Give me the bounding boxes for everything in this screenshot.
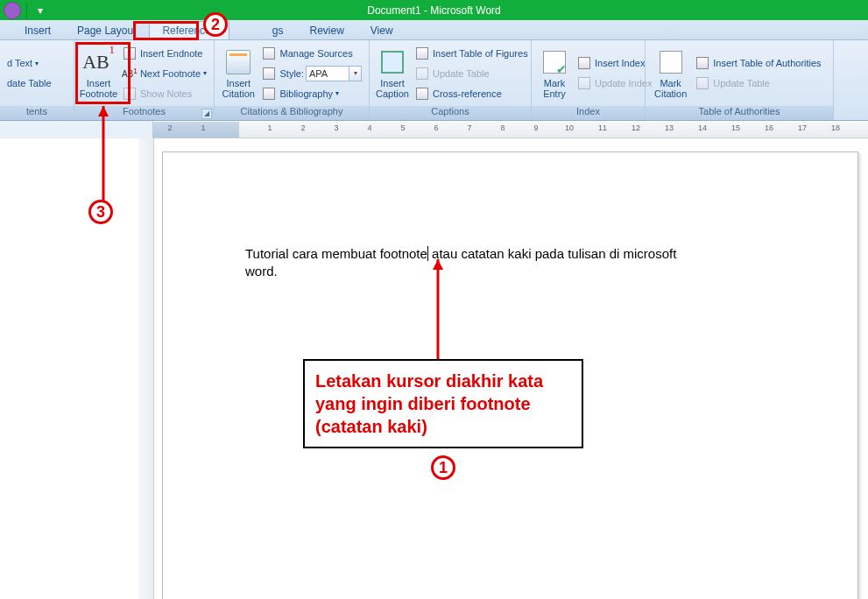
insert-citation-label: Insert Citation [222, 78, 255, 99]
qat-separator [26, 3, 27, 18]
group-citations-label: Citations & Bibliography [215, 106, 369, 120]
next-footnote-label: Next Footnote [140, 68, 201, 79]
group-footnotes: AB1 Insert Footnote Insert Endnote AB1Ne… [74, 40, 215, 120]
group-footnotes-label: Footnotes◢ [74, 106, 214, 120]
footnotes-dialog-launcher[interactable]: ◢ [201, 109, 212, 119]
group-captions-label: Captions [370, 106, 531, 120]
manage-sources-label: Manage Sources [279, 48, 352, 59]
group-toa-label: Table of Authorities [646, 106, 833, 120]
insert-caption-button[interactable]: Insert Caption [373, 42, 412, 104]
update-table-toa-button[interactable]: Update Table [692, 74, 824, 93]
svg-marker-1 [98, 106, 109, 116]
tab-insert[interactable]: Insert [11, 21, 64, 39]
insert-citation-button[interactable]: Insert Citation [218, 42, 258, 104]
title-bar: ▾ Document1 - Microsoft Word [0, 0, 868, 20]
mark-entry-label: Mark Entry [543, 78, 566, 99]
group-citations: Insert Citation Manage Sources Style: ▾ … [215, 40, 370, 120]
group-toa: Mark Citation Insert Table of Authoritie… [646, 40, 834, 120]
update-table-cap-button[interactable]: Update Table [412, 64, 532, 83]
next-footnote-button[interactable]: AB1Next Footnote▾ [119, 64, 210, 83]
update-table-toc-label: date Table [7, 78, 52, 88]
tof-icon [415, 46, 429, 60]
annotation-circle-3: 3 [88, 200, 113, 224]
svg-marker-3 [433, 259, 443, 270]
qat-dropdown[interactable]: ▾ [32, 3, 48, 18]
ribbon-tabs: Insert Page Layout References gs Review … [0, 20, 868, 40]
window-title: Document1 - Microsoft Word [367, 4, 501, 17]
tab-view[interactable]: View [357, 21, 406, 39]
annotation-arrow-3 [98, 106, 109, 201]
insert-caption-label: Insert Caption [376, 78, 409, 99]
group-toc-label: tents [0, 106, 74, 120]
insert-index-label: Insert Index [595, 58, 645, 68]
update-table-toc-button[interactable]: date Table [4, 74, 70, 93]
quick-access-toolbar: ▾ [0, 2, 48, 19]
vertical-ruler[interactable] [138, 138, 154, 599]
insert-toa-button[interactable]: Insert Table of Authorities [692, 53, 824, 73]
mark-citation-button[interactable]: Mark Citation [649, 42, 692, 104]
document-text[interactable]: Tutorial cara membuat footnote atau cata… [245, 245, 780, 280]
cross-reference-button[interactable]: Cross-reference [412, 84, 532, 103]
update-table-cap-label: Update Table [433, 68, 490, 79]
ruler-numbers: 21123456789101112131415161718 [153, 123, 852, 132]
insert-endnote-button[interactable]: Insert Endnote [119, 44, 210, 63]
update-table-toa-label: Update Table [713, 78, 770, 88]
ribbon: d Text▾ date Table tents AB1 Insert Foot… [0, 40, 868, 121]
annotation-circle-2: 2 [203, 12, 228, 37]
horizontal-ruler-wrap: 21123456789101112131415161718 [0, 121, 868, 138]
insert-index-icon [577, 56, 591, 70]
citation-icon [224, 48, 252, 76]
annotation-instruction-box: Letakan kursor diakhir kata yang ingin d… [303, 359, 583, 448]
bibliography-label: Bibliography [279, 88, 333, 99]
insert-toa-label: Insert Table of Authorities [713, 58, 821, 68]
crossref-icon [415, 87, 429, 101]
show-notes-button[interactable]: Show Notes [119, 84, 210, 103]
annotation-circle-1: 1 [431, 455, 455, 480]
style-selector[interactable]: Style: ▾ [258, 64, 365, 83]
update-index-label: Update Index [595, 78, 652, 88]
group-toc: d Text▾ date Table tents [0, 40, 74, 120]
style-input[interactable] [306, 66, 349, 81]
manage-sources-icon [262, 46, 276, 60]
insert-footnote-button[interactable]: AB1 Insert Footnote [78, 42, 119, 104]
doc-line2: word. [245, 264, 278, 278]
manage-sources-button[interactable]: Manage Sources [258, 44, 365, 63]
style-label: Style: [279, 68, 304, 79]
tab-page-layout[interactable]: Page Layout [64, 21, 149, 39]
caption-icon [378, 48, 406, 76]
mark-entry-button[interactable]: Mark Entry [535, 42, 574, 104]
office-button[interactable] [4, 2, 21, 19]
mark-entry-icon [540, 48, 568, 76]
insert-tof-button[interactable]: Insert Table of Figures [412, 44, 532, 63]
group-index: Mark Entry Insert Index Update Index Ind… [532, 40, 646, 120]
update-cap-icon [415, 67, 429, 81]
insert-toa-icon [695, 56, 709, 70]
add-text-label: d Text [7, 58, 32, 68]
ruler-corner [0, 121, 153, 138]
bibliography-icon [262, 87, 276, 101]
show-notes-icon [123, 87, 137, 101]
annotation-arrow-1 [433, 259, 443, 360]
update-index-icon [577, 76, 591, 90]
update-index-button[interactable]: Update Index [574, 74, 655, 93]
next-footnote-icon: AB1 [123, 67, 137, 81]
doc-line1b: atau catatan kaki pada tulisan di micros… [428, 246, 677, 261]
add-text-button[interactable]: d Text▾ [4, 53, 70, 73]
update-toa-icon [695, 76, 709, 90]
bibliography-button[interactable]: Bibliography▾ [258, 84, 365, 103]
doc-line1a: Tutorial cara membuat footnote [245, 246, 427, 261]
style-icon [262, 67, 276, 81]
insert-endnote-label: Insert Endnote [140, 48, 203, 59]
show-notes-label: Show Notes [140, 88, 192, 99]
cross-reference-label: Cross-reference [433, 88, 502, 99]
tab-mailings[interactable]: gs [229, 21, 297, 39]
insert-index-button[interactable]: Insert Index [574, 53, 655, 73]
mark-citation-icon [657, 48, 685, 76]
horizontal-ruler[interactable]: 21123456789101112131415161718 [153, 122, 868, 137]
style-dropdown[interactable]: ▾ [349, 66, 362, 81]
insert-tof-label: Insert Table of Figures [433, 48, 528, 59]
footnote-icon: AB1 [84, 48, 112, 76]
group-captions: Insert Caption Insert Table of Figures U… [370, 40, 532, 120]
group-index-label: Index [532, 106, 645, 120]
tab-review[interactable]: Review [296, 21, 356, 39]
